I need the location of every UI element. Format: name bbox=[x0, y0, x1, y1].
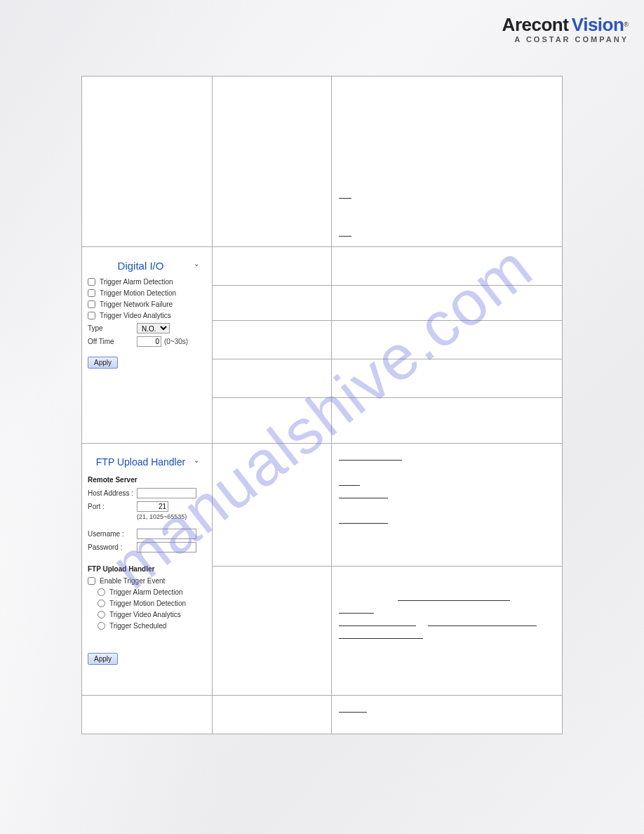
ftp-trigger-sched-input[interactable] bbox=[98, 622, 105, 630]
username-label: Username : bbox=[88, 530, 137, 538]
password-label: Password : bbox=[88, 543, 137, 551]
ftp-trigger-sched-label: Trigger Scheduled bbox=[109, 622, 166, 630]
chevron-down-icon[interactable]: ⌄ bbox=[194, 456, 199, 464]
ftp-apply-button[interactable]: Apply bbox=[88, 653, 118, 665]
logo-subtitle: A COSTAR COMPANY bbox=[502, 35, 629, 44]
trigger-alarm-label: Trigger Alarm Detection bbox=[100, 278, 173, 286]
trigger-video-label: Trigger Video Analytics bbox=[100, 312, 171, 319]
digital-io-title: Digital I/O ⌄ bbox=[88, 254, 206, 274]
port-input[interactable] bbox=[137, 501, 168, 512]
username-input[interactable] bbox=[137, 529, 196, 539]
remote-server-head: Remote Server bbox=[88, 476, 206, 484]
offtime-label: Off Time bbox=[88, 338, 137, 345]
password-input[interactable] bbox=[137, 542, 196, 552]
ftp-title: FTP Upload Handler ⌄ bbox=[88, 451, 206, 470]
ftp-trigger-alarm-radio[interactable]: Trigger Alarm Detection bbox=[98, 588, 206, 596]
ftp-trigger-sched-radio[interactable]: Trigger Scheduled bbox=[98, 622, 206, 630]
port-label: Port : bbox=[88, 503, 137, 510]
type-label: Type bbox=[88, 324, 137, 332]
logo-reg: ® bbox=[624, 21, 629, 28]
ftp-trigger-video-label: Trigger Video Analytics bbox=[109, 611, 181, 618]
chevron-down-icon[interactable]: ⌄ bbox=[194, 260, 199, 267]
ftp-trigger-motion-input[interactable] bbox=[98, 600, 105, 607]
host-label: Host Address : bbox=[88, 489, 137, 497]
offtime-hint: (0~30s) bbox=[164, 338, 188, 345]
ftp-trigger-alarm-label: Trigger Alarm Detection bbox=[109, 588, 183, 596]
host-input[interactable] bbox=[137, 488, 196, 498]
logo-arecont: Arecont bbox=[502, 14, 569, 35]
trigger-motion-label: Trigger Motion Detection bbox=[100, 289, 176, 297]
brand-logo: Arecont Vision® A COSTAR COMPANY bbox=[502, 15, 629, 44]
main-table: Digital I/O ⌄ Trigger Alarm Detection Tr… bbox=[81, 76, 563, 734]
digital-io-title-text: Digital I/O bbox=[118, 260, 164, 272]
logo-vision: Vision bbox=[572, 14, 624, 35]
enable-trigger-label: Enable Trigger Event bbox=[100, 577, 165, 585]
ftp-trigger-motion-label: Trigger Motion Detection bbox=[109, 600, 186, 607]
trigger-network-input[interactable] bbox=[88, 300, 95, 308]
ftp-title-text: FTP Upload Handler bbox=[96, 456, 185, 468]
trigger-network-label: Trigger Network Failure bbox=[100, 300, 173, 308]
trigger-motion-checkbox[interactable]: Trigger Motion Detection bbox=[88, 289, 206, 297]
port-hint: (21, 1025~65535) bbox=[137, 513, 206, 520]
trigger-motion-input[interactable] bbox=[88, 289, 95, 297]
ftp-trigger-alarm-input[interactable] bbox=[98, 588, 105, 596]
enable-trigger-input[interactable] bbox=[88, 577, 95, 585]
offtime-input[interactable] bbox=[137, 336, 161, 347]
type-select[interactable]: N.O. bbox=[137, 323, 170, 333]
trigger-video-input[interactable] bbox=[88, 312, 95, 319]
trigger-video-checkbox[interactable]: Trigger Video Analytics bbox=[88, 312, 206, 319]
digital-io-panel: Digital I/O ⌄ Trigger Alarm Detection Tr… bbox=[82, 247, 212, 376]
ftp-trigger-video-radio[interactable]: Trigger Video Analytics bbox=[98, 611, 206, 618]
ftp-panel: FTP Upload Handler ⌄ Remote Server Host … bbox=[82, 444, 212, 672]
trigger-alarm-input[interactable] bbox=[88, 278, 95, 286]
apply-button[interactable]: Apply bbox=[88, 357, 118, 369]
ftp-trigger-video-input[interactable] bbox=[98, 611, 105, 618]
enable-trigger-checkbox[interactable]: Enable Trigger Event bbox=[88, 577, 206, 585]
trigger-alarm-checkbox[interactable]: Trigger Alarm Detection bbox=[88, 278, 206, 286]
ftp-trigger-motion-radio[interactable]: Trigger Motion Detection bbox=[98, 600, 206, 607]
trigger-network-checkbox[interactable]: Trigger Network Failure bbox=[88, 300, 206, 308]
ftp-handler-head: FTP Upload Handler bbox=[88, 565, 206, 573]
